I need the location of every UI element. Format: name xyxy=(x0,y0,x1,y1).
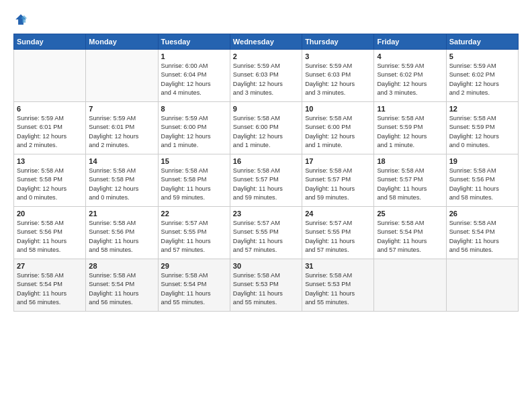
day-number: 17 xyxy=(305,157,371,165)
day-info: Sunrise: 5:58 AM Sunset: 5:54 PM Dayligh… xyxy=(17,271,83,307)
day-number: 6 xyxy=(17,105,83,113)
calendar-cell: 27Sunrise: 5:58 AM Sunset: 5:54 PM Dayli… xyxy=(14,259,86,312)
day-number: 27 xyxy=(17,262,83,270)
day-info: Sunrise: 5:59 AM Sunset: 6:03 PM Dayligh… xyxy=(233,62,299,97)
day-info: Sunrise: 5:57 AM Sunset: 5:55 PM Dayligh… xyxy=(305,219,371,255)
calendar-cell: 8Sunrise: 5:59 AM Sunset: 6:00 PM Daylig… xyxy=(158,102,230,154)
day-info: Sunrise: 5:58 AM Sunset: 5:58 PM Dayligh… xyxy=(161,167,227,202)
calendar-cell xyxy=(446,259,518,312)
day-number: 26 xyxy=(449,210,515,218)
day-info: Sunrise: 5:58 AM Sunset: 5:59 PM Dayligh… xyxy=(377,114,443,150)
weekday-header: Sunday xyxy=(14,34,86,50)
day-info: Sunrise: 5:58 AM Sunset: 5:59 PM Dayligh… xyxy=(449,114,515,150)
calendar-cell: 4Sunrise: 5:59 AM Sunset: 6:02 PM Daylig… xyxy=(374,50,446,102)
day-info: Sunrise: 5:58 AM Sunset: 5:56 PM Dayligh… xyxy=(449,167,515,202)
calendar-cell: 25Sunrise: 5:58 AM Sunset: 5:54 PM Dayli… xyxy=(374,207,446,259)
day-info: Sunrise: 5:58 AM Sunset: 5:53 PM Dayligh… xyxy=(233,271,299,307)
logo-icon xyxy=(13,12,28,27)
calendar-cell: 23Sunrise: 5:57 AM Sunset: 5:55 PM Dayli… xyxy=(230,207,302,259)
calendar-week-row: 20Sunrise: 5:58 AM Sunset: 5:56 PM Dayli… xyxy=(14,207,519,259)
day-number: 15 xyxy=(161,157,227,165)
day-info: Sunrise: 5:58 AM Sunset: 5:53 PM Dayligh… xyxy=(305,271,371,307)
day-info: Sunrise: 5:59 AM Sunset: 6:00 PM Dayligh… xyxy=(161,114,227,150)
calendar-week-row: 13Sunrise: 5:58 AM Sunset: 5:58 PM Dayli… xyxy=(14,154,519,207)
calendar-cell: 28Sunrise: 5:58 AM Sunset: 5:54 PM Dayli… xyxy=(86,259,158,312)
day-number: 11 xyxy=(377,105,443,113)
day-info: Sunrise: 5:57 AM Sunset: 5:55 PM Dayligh… xyxy=(161,219,227,255)
day-info: Sunrise: 5:59 AM Sunset: 6:01 PM Dayligh… xyxy=(17,114,83,150)
calendar-cell: 20Sunrise: 5:58 AM Sunset: 5:56 PM Dayli… xyxy=(14,207,86,259)
day-info: Sunrise: 5:58 AM Sunset: 5:58 PM Dayligh… xyxy=(89,167,154,202)
calendar-cell: 9Sunrise: 5:58 AM Sunset: 6:00 PM Daylig… xyxy=(230,102,302,154)
day-number: 8 xyxy=(161,105,227,113)
calendar-cell: 26Sunrise: 5:58 AM Sunset: 5:54 PM Dayli… xyxy=(446,207,518,259)
calendar-cell: 22Sunrise: 5:57 AM Sunset: 5:55 PM Dayli… xyxy=(158,207,230,259)
weekday-header: Tuesday xyxy=(158,34,230,50)
calendar-table: SundayMondayTuesdayWednesdayThursdayFrid… xyxy=(13,34,519,312)
day-number: 29 xyxy=(161,262,227,270)
calendar-cell: 21Sunrise: 5:58 AM Sunset: 5:56 PM Dayli… xyxy=(86,207,158,259)
calendar-cell: 11Sunrise: 5:58 AM Sunset: 5:59 PM Dayli… xyxy=(374,102,446,154)
calendar-cell: 30Sunrise: 5:58 AM Sunset: 5:53 PM Dayli… xyxy=(230,259,302,312)
calendar-cell xyxy=(14,50,86,102)
day-info: Sunrise: 5:58 AM Sunset: 5:54 PM Dayligh… xyxy=(449,219,515,255)
day-number: 22 xyxy=(161,210,227,218)
day-number: 25 xyxy=(377,210,443,218)
page: SundayMondayTuesdayWednesdayThursdayFrid… xyxy=(0,0,532,411)
day-number: 31 xyxy=(305,262,371,270)
calendar-cell: 6Sunrise: 5:59 AM Sunset: 6:01 PM Daylig… xyxy=(14,102,86,154)
calendar-cell: 24Sunrise: 5:57 AM Sunset: 5:55 PM Dayli… xyxy=(302,207,374,259)
day-number: 16 xyxy=(233,157,299,165)
calendar-cell: 19Sunrise: 5:58 AM Sunset: 5:56 PM Dayli… xyxy=(446,154,518,207)
calendar-cell xyxy=(86,50,158,102)
calendar-cell: 18Sunrise: 5:58 AM Sunset: 5:57 PM Dayli… xyxy=(374,154,446,207)
day-info: Sunrise: 5:59 AM Sunset: 6:02 PM Dayligh… xyxy=(377,62,443,97)
day-info: Sunrise: 5:59 AM Sunset: 6:02 PM Dayligh… xyxy=(449,62,515,97)
calendar-week-row: 1Sunrise: 6:00 AM Sunset: 6:04 PM Daylig… xyxy=(14,50,519,102)
day-info: Sunrise: 5:59 AM Sunset: 6:01 PM Dayligh… xyxy=(89,114,154,150)
day-info: Sunrise: 5:58 AM Sunset: 6:00 PM Dayligh… xyxy=(305,114,371,150)
day-number: 2 xyxy=(233,52,299,60)
calendar-cell: 29Sunrise: 5:58 AM Sunset: 5:54 PM Dayli… xyxy=(158,259,230,312)
day-number: 19 xyxy=(449,157,515,165)
calendar-cell: 1Sunrise: 6:00 AM Sunset: 6:04 PM Daylig… xyxy=(158,50,230,102)
day-number: 24 xyxy=(305,210,371,218)
day-number: 7 xyxy=(89,105,154,113)
calendar-cell: 13Sunrise: 5:58 AM Sunset: 5:58 PM Dayli… xyxy=(14,154,86,207)
day-info: Sunrise: 5:58 AM Sunset: 5:54 PM Dayligh… xyxy=(89,271,154,307)
day-number: 20 xyxy=(17,210,83,218)
day-info: Sunrise: 5:57 AM Sunset: 5:55 PM Dayligh… xyxy=(233,219,299,255)
header xyxy=(13,12,519,27)
weekday-header: Wednesday xyxy=(230,34,302,50)
day-number: 30 xyxy=(233,262,299,270)
day-number: 9 xyxy=(233,105,299,113)
day-info: Sunrise: 5:58 AM Sunset: 5:54 PM Dayligh… xyxy=(377,219,443,255)
calendar-week-row: 27Sunrise: 5:58 AM Sunset: 5:54 PM Dayli… xyxy=(14,259,519,312)
day-info: Sunrise: 5:58 AM Sunset: 5:57 PM Dayligh… xyxy=(305,167,371,202)
day-number: 14 xyxy=(89,157,154,165)
day-info: Sunrise: 5:58 AM Sunset: 5:56 PM Dayligh… xyxy=(89,219,154,255)
calendar-cell: 14Sunrise: 5:58 AM Sunset: 5:58 PM Dayli… xyxy=(86,154,158,207)
calendar-cell: 5Sunrise: 5:59 AM Sunset: 6:02 PM Daylig… xyxy=(446,50,518,102)
calendar-cell: 2Sunrise: 5:59 AM Sunset: 6:03 PM Daylig… xyxy=(230,50,302,102)
day-info: Sunrise: 5:59 AM Sunset: 6:03 PM Dayligh… xyxy=(305,62,371,97)
day-number: 21 xyxy=(89,210,154,218)
day-number: 3 xyxy=(305,52,371,60)
calendar-cell: 17Sunrise: 5:58 AM Sunset: 5:57 PM Dayli… xyxy=(302,154,374,207)
day-number: 12 xyxy=(449,105,515,113)
day-info: Sunrise: 5:58 AM Sunset: 5:56 PM Dayligh… xyxy=(17,219,83,255)
day-number: 1 xyxy=(161,52,227,60)
calendar-cell: 16Sunrise: 5:58 AM Sunset: 5:57 PM Dayli… xyxy=(230,154,302,207)
day-info: Sunrise: 5:58 AM Sunset: 5:57 PM Dayligh… xyxy=(233,167,299,202)
weekday-header: Monday xyxy=(86,34,158,50)
calendar-cell: 7Sunrise: 5:59 AM Sunset: 6:01 PM Daylig… xyxy=(86,102,158,154)
calendar-cell: 15Sunrise: 5:58 AM Sunset: 5:58 PM Dayli… xyxy=(158,154,230,207)
weekday-header: Friday xyxy=(374,34,446,50)
day-info: Sunrise: 5:58 AM Sunset: 6:00 PM Dayligh… xyxy=(233,114,299,150)
day-number: 13 xyxy=(17,157,83,165)
day-number: 23 xyxy=(233,210,299,218)
day-number: 28 xyxy=(89,262,154,270)
day-info: Sunrise: 5:58 AM Sunset: 5:58 PM Dayligh… xyxy=(17,167,83,202)
day-number: 18 xyxy=(377,157,443,165)
calendar-cell: 10Sunrise: 5:58 AM Sunset: 6:00 PM Dayli… xyxy=(302,102,374,154)
